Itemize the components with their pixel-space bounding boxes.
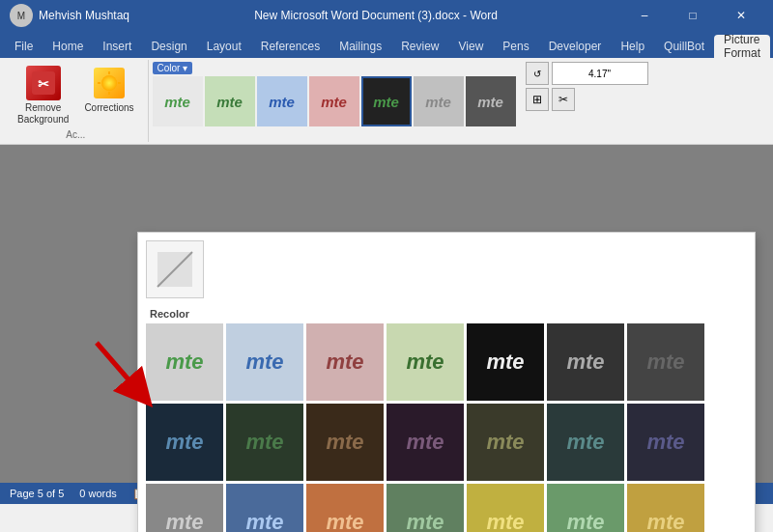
tab-review[interactable]: Review bbox=[391, 35, 448, 58]
ribbon-right-controls: ↺ 4.17" ⊞ ✂ bbox=[520, 60, 654, 142]
strip-cell-4[interactable]: mte bbox=[361, 76, 412, 126]
adjust-group-content: ✂ RemoveBackground bbox=[12, 62, 140, 129]
remove-background-button[interactable]: ✂ RemoveBackground bbox=[12, 62, 74, 129]
tab-help[interactable]: Help bbox=[611, 35, 654, 58]
tab-file[interactable]: File bbox=[5, 35, 43, 58]
no-recolor-icon bbox=[156, 250, 194, 289]
ribbon: ✂ RemoveBackground bbox=[0, 58, 773, 145]
tab-mailings[interactable]: Mailings bbox=[329, 35, 391, 58]
recolor-grid-row2: mte mte mte mte mte mte mte bbox=[146, 404, 747, 481]
recolor-cell-r3-0[interactable]: mte bbox=[146, 484, 223, 532]
recolor-cell-r2-3[interactable]: mte bbox=[386, 404, 464, 481]
color-dropdown-panel: Recolor mte mte mte mte mte mte mte mte … bbox=[137, 232, 756, 532]
tab-developer[interactable]: Developer bbox=[539, 35, 612, 58]
no-recolor-row bbox=[146, 240, 747, 298]
ribbon-tab-bar: File Home Insert Design Layout Reference… bbox=[0, 31, 773, 58]
corrections-label: Corrections bbox=[84, 102, 133, 114]
format-btn[interactable]: ⊞ bbox=[526, 88, 549, 111]
ribbon-color-section: Color ▾ mte mte mte mte mte mte mte bbox=[149, 60, 520, 142]
remove-bg-icon: ✂ bbox=[26, 66, 61, 100]
ribbon-row-1: ↺ 4.17" bbox=[526, 62, 648, 85]
strip-cell-6[interactable]: mte bbox=[466, 76, 516, 126]
recolor-cell-r1-3[interactable]: mte bbox=[386, 323, 464, 401]
remove-bg-svg: ✂ bbox=[30, 70, 57, 97]
recolor-cell-r2-5[interactable]: mte bbox=[547, 404, 624, 481]
recolor-cell-r3-2[interactable]: mte bbox=[306, 484, 384, 532]
tab-home[interactable]: Home bbox=[43, 35, 93, 58]
recolor-cell-r1-0[interactable]: mte bbox=[146, 323, 223, 401]
recolor-cell-r2-4[interactable]: mte bbox=[467, 404, 544, 481]
corrections-icon-area bbox=[92, 66, 127, 100]
user-area: M Mehvish Mushtaq bbox=[10, 4, 129, 27]
recolor-cell-r2-6[interactable]: mte bbox=[627, 404, 704, 481]
corrections-icon bbox=[94, 68, 125, 98]
recolor-cell-r2-2[interactable]: mte bbox=[306, 404, 384, 481]
svg-text:✂: ✂ bbox=[38, 76, 49, 92]
recolor-cell-r3-4[interactable]: mte bbox=[467, 484, 544, 532]
crop-btn[interactable]: ✂ bbox=[552, 88, 575, 111]
strip-cell-5[interactable]: mte bbox=[414, 76, 464, 126]
recolor-cell-r3-1[interactable]: mte bbox=[226, 484, 303, 532]
recolor-cell-r1-1[interactable]: mte bbox=[226, 323, 303, 401]
no-recolor-cell[interactable] bbox=[146, 240, 204, 298]
window-controls: – □ ✕ bbox=[622, 0, 763, 31]
tab-pens[interactable]: Pens bbox=[493, 35, 538, 58]
svg-line-10 bbox=[97, 343, 140, 393]
recolor-cell-r2-0[interactable]: mte bbox=[146, 404, 223, 481]
recolor-cell-r1-6[interactable]: mte bbox=[627, 323, 704, 401]
recolor-label: Recolor bbox=[146, 302, 747, 323]
corrections-button[interactable]: Corrections bbox=[78, 62, 139, 118]
recolor-cell-r2-1[interactable]: mte bbox=[226, 404, 303, 481]
tab-picture-format[interactable]: Picture Format bbox=[714, 35, 770, 58]
strip-cell-0[interactable]: mte bbox=[153, 76, 203, 126]
tab-quillbot[interactable]: QuillBot bbox=[654, 35, 714, 58]
corrections-svg bbox=[96, 70, 123, 97]
strip-cell-1[interactable]: mte bbox=[205, 76, 255, 126]
size-input[interactable]: 4.17" bbox=[552, 62, 648, 85]
adjust-group-label: Ac... bbox=[66, 129, 85, 140]
avatar: M bbox=[10, 4, 33, 27]
recolor-cell-r3-6[interactable]: mte bbox=[627, 484, 704, 532]
close-button[interactable]: ✕ bbox=[719, 0, 763, 31]
maximize-button[interactable]: □ bbox=[671, 0, 715, 31]
color-header: Color ▾ bbox=[153, 62, 516, 74]
recolor-cell-r3-3[interactable]: mte bbox=[386, 484, 464, 532]
document-area: Recolor mte mte mte mte mte mte mte mte … bbox=[0, 145, 773, 483]
tab-insert[interactable]: Insert bbox=[93, 35, 141, 58]
window-title: New Microsoft Word Document (3).docx - W… bbox=[129, 9, 622, 22]
color-dropdown-btn[interactable]: Color ▾ bbox=[153, 62, 193, 74]
recolor-cell-r1-4[interactable]: mte bbox=[467, 323, 544, 401]
recolor-grid-row3: mte mte mte mte mte mte mte bbox=[146, 484, 747, 532]
tab-layout[interactable]: Layout bbox=[197, 35, 251, 58]
remove-bg-label: RemoveBackground bbox=[17, 102, 69, 126]
word-count: 0 words bbox=[79, 488, 117, 499]
title-bar: M Mehvish Mushtaq New Microsoft Word Doc… bbox=[0, 0, 773, 31]
username: Mehvish Mushtaq bbox=[39, 9, 129, 22]
ribbon-row-2: ⊞ ✂ bbox=[526, 88, 648, 111]
ribbon-color-strip: mte mte mte mte mte mte mte bbox=[153, 76, 516, 126]
tab-references[interactable]: References bbox=[251, 35, 329, 58]
page-info: Page 5 of 5 bbox=[10, 488, 64, 499]
recolor-cell-r1-2[interactable]: mte bbox=[306, 323, 384, 401]
tab-design[interactable]: Design bbox=[141, 35, 196, 58]
remove-bg-icon-area: ✂ bbox=[26, 66, 61, 100]
minimize-button[interactable]: – bbox=[622, 0, 667, 31]
tab-view[interactable]: View bbox=[449, 35, 494, 58]
ribbon-group-adjust: ✂ RemoveBackground bbox=[4, 60, 149, 142]
strip-cell-2[interactable]: mte bbox=[257, 76, 307, 126]
recolor-grid-row1: mte mte mte mte mte mte mte bbox=[146, 323, 747, 401]
strip-cell-3[interactable]: mte bbox=[309, 76, 359, 126]
recolor-cell-r1-5[interactable]: mte bbox=[547, 323, 624, 401]
svg-point-2 bbox=[101, 75, 117, 91]
rotate-left-btn[interactable]: ↺ bbox=[526, 62, 549, 85]
recolor-cell-r3-5[interactable]: mte bbox=[547, 484, 624, 532]
